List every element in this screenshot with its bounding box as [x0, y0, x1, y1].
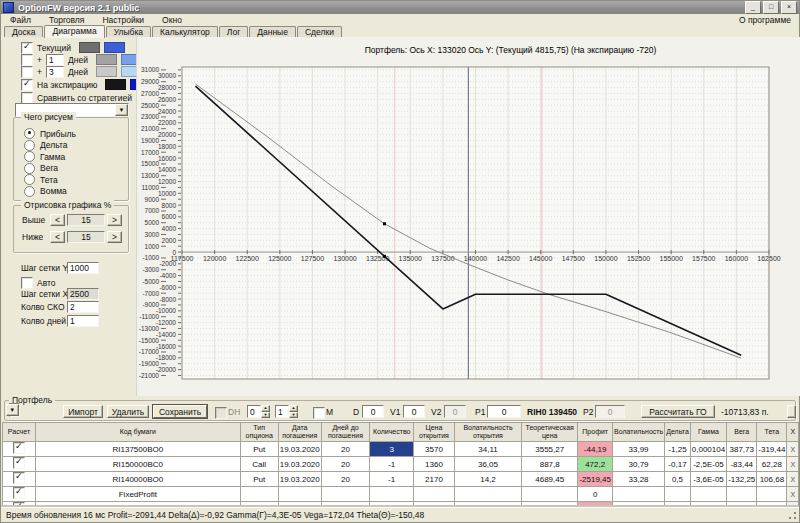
row-checkbox[interactable] [13, 442, 25, 454]
row-delete-button[interactable]: X [787, 472, 799, 487]
days-offset-input[interactable] [46, 66, 64, 78]
radio-Прибыль[interactable] [24, 128, 35, 139]
row-check-cell[interactable] [3, 487, 36, 502]
tab-Доска[interactable]: Доска [4, 26, 43, 37]
save-button[interactable]: Сохранить [153, 405, 207, 418]
row-checkbox[interactable] [13, 472, 25, 484]
toggle-checkbox-1[interactable] [21, 42, 33, 54]
auto-checkbox[interactable] [21, 277, 33, 289]
delete-button[interactable]: Удалить [107, 405, 149, 418]
cell-Количество[interactable]: -1 [370, 457, 414, 472]
chevron-down-icon[interactable]: ▼ [115, 104, 128, 116]
draw-option-Вомма[interactable]: Вомма [24, 186, 67, 197]
column-header-Волатильность открытия[interactable]: Волатильность открытия [454, 423, 521, 442]
grid-step-x-input[interactable] [67, 288, 99, 300]
row-delete-button[interactable]: X [787, 442, 799, 457]
color-swatch-1[interactable] [96, 54, 117, 65]
spinner-2-down[interactable]: ▼ [289, 412, 298, 419]
pnl-chart[interactable]: 1175001200001225001250001275001300001325… [137, 37, 800, 396]
calc-go-button[interactable]: Рассчитать ГО [641, 405, 715, 418]
v1-input[interactable] [403, 405, 425, 418]
radio-Тета[interactable] [24, 174, 35, 185]
maximize-button[interactable]: □ [763, 1, 779, 14]
tab-Лог[interactable]: Лог [219, 26, 248, 37]
column-header-Теоретическая цена[interactable]: Теоретическая цена [522, 423, 578, 442]
chevron-down-icon[interactable]: ▼ [6, 404, 19, 416]
column-header-Количество[interactable]: Количество [370, 423, 414, 442]
below-decrement-button[interactable]: < [50, 231, 65, 243]
compare-strategy-checkbox[interactable] [21, 92, 33, 104]
column-header-Тип опциона[interactable]: Тип опциона [240, 423, 278, 442]
close-button[interactable]: × [781, 1, 797, 14]
p1-input[interactable] [487, 405, 521, 418]
column-header-Дельта[interactable]: Дельта [665, 423, 691, 442]
below-increment-button[interactable]: > [107, 231, 122, 243]
draw-option-Дельта[interactable]: Дельта [24, 140, 67, 151]
column-header-Гамма[interactable]: Гамма [690, 423, 726, 442]
portfolio-select[interactable]: 1 ▼ [9, 403, 20, 417]
days-offset-input[interactable] [46, 54, 64, 66]
v2-input[interactable] [444, 405, 466, 418]
color-swatch-1[interactable] [96, 66, 117, 77]
column-header-Дата погашения[interactable]: Дата погашения [278, 423, 321, 442]
p2-input[interactable] [595, 405, 625, 418]
draw-option-Тета[interactable]: Тета [24, 174, 58, 185]
days-count-input[interactable] [67, 315, 99, 327]
row-check-cell[interactable] [3, 472, 36, 487]
draw-option-Гамма[interactable]: Гамма [24, 151, 65, 162]
column-header-Тета[interactable]: Тета [757, 423, 787, 442]
radio-Дельта[interactable] [24, 140, 35, 151]
toggle-checkbox-2[interactable] [21, 54, 33, 66]
spinner-2-input[interactable] [275, 405, 289, 418]
column-header-Профит[interactable]: Профит [578, 423, 613, 442]
draw-option-Прибыль[interactable]: Прибыль [24, 128, 76, 139]
import-button[interactable]: Импорт [63, 405, 103, 418]
tab-Улыбка[interactable]: Улыбка [106, 26, 151, 37]
d-input[interactable] [362, 405, 384, 418]
radio-Гамма[interactable] [24, 151, 35, 162]
resize-grip[interactable] [788, 511, 797, 520]
menu-item-Окно[interactable]: Окно [153, 15, 191, 25]
radio-Вега[interactable] [24, 163, 35, 174]
radio-Вомма[interactable] [24, 186, 35, 197]
dh-checkbox[interactable] [215, 407, 227, 419]
tab-Сделки[interactable]: Сделки [297, 26, 342, 37]
spinner-1-down[interactable]: ▼ [261, 412, 270, 419]
minimize-button[interactable]: _ [745, 1, 761, 14]
tab-Диаграмма[interactable]: Диаграмма [44, 25, 104, 38]
cell-Количество[interactable]: -1 [370, 472, 414, 487]
grid-step-y-input[interactable] [67, 262, 99, 274]
color-swatch-2[interactable] [104, 42, 125, 53]
toggle-checkbox-3[interactable] [21, 66, 33, 78]
menu-item-Торговля[interactable]: Торговля [40, 15, 94, 25]
tab-Данные[interactable]: Данные [249, 26, 296, 37]
row-delete-button[interactable]: X [787, 487, 799, 502]
bar-mini-button[interactable] [787, 405, 796, 418]
sko-count-input[interactable] [67, 301, 99, 313]
draw-option-Вега[interactable]: Вега [24, 163, 58, 174]
row-check-cell[interactable] [3, 457, 36, 472]
column-header-Код бумаги[interactable]: Код бумаги [36, 423, 241, 442]
row-check-cell[interactable] [3, 442, 36, 457]
row-delete-button[interactable]: X [787, 457, 799, 472]
tab-Калькулятор[interactable]: Калькулятор [152, 26, 218, 37]
column-header-Расчет[interactable]: Расчет [3, 423, 36, 442]
row-checkbox[interactable] [13, 487, 25, 499]
column-header-Цена открытия[interactable]: Цена открытия [413, 423, 454, 442]
cell-Количество[interactable] [370, 487, 414, 502]
row-checkbox[interactable] [13, 457, 25, 469]
m-checkbox[interactable] [313, 407, 325, 419]
column-header-X[interactable]: X [787, 423, 799, 442]
cell-Количество[interactable]: 3 [370, 442, 414, 457]
column-header-Дней до погашения[interactable]: Дней до погашения [321, 423, 370, 442]
color-swatch-1[interactable] [79, 42, 100, 53]
menu-item-Настройки[interactable]: Настройки [93, 15, 153, 25]
above-increment-button[interactable]: > [107, 214, 122, 226]
above-decrement-button[interactable]: < [50, 214, 65, 226]
toggle-checkbox-4[interactable] [21, 79, 33, 91]
menu-item-Файл[interactable]: Файл [1, 15, 40, 25]
spinner-1-input[interactable] [247, 405, 261, 418]
color-swatch-1[interactable] [105, 79, 126, 90]
column-header-Волатильность[interactable]: Волатильность [612, 423, 664, 442]
column-header-Вега[interactable]: Вега [727, 423, 757, 442]
